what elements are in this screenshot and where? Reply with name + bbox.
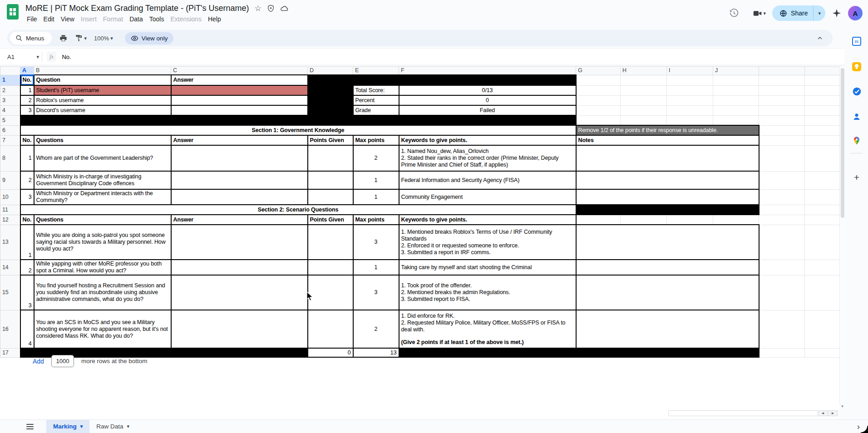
cell-D3[interactable] bbox=[308, 95, 353, 105]
cell-A14[interactable]: 2 bbox=[20, 260, 34, 275]
cell-L6[interactable] bbox=[805, 125, 840, 135]
cell-A11[interactable]: Section 2: Scenario Questions bbox=[20, 205, 576, 215]
cell-A6[interactable]: Section 1: Government Knowledge bbox=[20, 125, 576, 135]
share-caret-button[interactable]: ▾ bbox=[814, 5, 825, 21]
column-header-G[interactable]: G bbox=[576, 67, 621, 75]
row-header-12[interactable]: 12 bbox=[0, 215, 20, 225]
cell-A5[interactable] bbox=[20, 115, 576, 125]
cell-J1[interactable] bbox=[713, 75, 759, 85]
cell-F12[interactable]: Keywords to give points. bbox=[399, 215, 576, 225]
cell-L8[interactable] bbox=[805, 145, 840, 171]
row-header-8[interactable]: 8 bbox=[0, 145, 20, 171]
cell-D8[interactable] bbox=[308, 145, 353, 171]
cell-B2[interactable]: Student's (PiT) username bbox=[34, 85, 171, 95]
cell-L1[interactable] bbox=[805, 75, 840, 85]
cell-H12[interactable] bbox=[621, 215, 667, 225]
cell-A1[interactable]: No. bbox=[20, 75, 34, 85]
cell-H3[interactable] bbox=[621, 95, 667, 105]
cell-I3[interactable] bbox=[667, 95, 713, 105]
cell-F4[interactable]: Failed bbox=[399, 105, 576, 115]
cell-G5[interactable] bbox=[576, 115, 621, 125]
cell-L12[interactable] bbox=[805, 215, 840, 225]
column-header-H[interactable]: H bbox=[621, 67, 667, 75]
cell-G3[interactable] bbox=[576, 95, 621, 105]
cell-K15[interactable] bbox=[759, 275, 805, 310]
cell-E16[interactable]: 2 bbox=[353, 310, 399, 348]
cell-F13[interactable]: 1. Mentioned breaks Roblox's Terms of Us… bbox=[399, 225, 576, 260]
column-header-I[interactable]: I bbox=[667, 67, 713, 75]
cell-A15[interactable]: 3 bbox=[20, 275, 34, 310]
cell-G13[interactable] bbox=[576, 225, 759, 260]
menu-format[interactable]: Format bbox=[100, 14, 126, 24]
cell-K5[interactable] bbox=[759, 115, 805, 125]
cell-K9[interactable] bbox=[759, 171, 805, 189]
cell-E8[interactable]: 2 bbox=[353, 145, 399, 171]
column-header-J[interactable]: J bbox=[713, 67, 759, 75]
cell-K12[interactable] bbox=[759, 215, 805, 225]
cell-I2[interactable] bbox=[667, 85, 713, 95]
cell-C3[interactable] bbox=[171, 95, 308, 105]
cell-E10[interactable]: 1 bbox=[353, 189, 399, 205]
cell-C15[interactable] bbox=[171, 275, 308, 310]
grid-corner[interactable] bbox=[0, 67, 20, 75]
row-header-13[interactable]: 13 bbox=[0, 225, 20, 260]
cell-E3[interactable]: Percent bbox=[353, 95, 399, 105]
cell-K4[interactable] bbox=[759, 105, 805, 115]
cell-H2[interactable] bbox=[621, 85, 667, 95]
share-button[interactable]: Share ▾ bbox=[772, 5, 825, 21]
cell-L2[interactable] bbox=[805, 85, 840, 95]
scroll-left-button[interactable]: ◄ bbox=[818, 410, 828, 416]
cell-D12[interactable]: Points Given bbox=[308, 215, 353, 225]
menu-view[interactable]: View bbox=[58, 14, 78, 24]
cell-K11[interactable] bbox=[759, 205, 805, 215]
cell-C12[interactable]: Answer bbox=[171, 215, 308, 225]
cell-L7[interactable] bbox=[805, 135, 840, 145]
cell-F8[interactable]: 1. Named Nou_dew, Alias_Orlovich 2. Stat… bbox=[399, 145, 576, 171]
cell-G4[interactable] bbox=[576, 105, 621, 115]
cell-K14[interactable] bbox=[759, 260, 805, 275]
cell-A7[interactable]: No. bbox=[20, 135, 34, 145]
cell-D16[interactable] bbox=[308, 310, 353, 348]
all-sheets-menu-icon[interactable] bbox=[26, 424, 34, 429]
scroll-right-button[interactable]: ► bbox=[828, 410, 838, 416]
cell-C7[interactable]: Answer bbox=[171, 135, 308, 145]
column-header-K[interactable] bbox=[759, 67, 805, 75]
cell-C4[interactable] bbox=[171, 105, 308, 115]
column-header-L[interactable] bbox=[805, 67, 840, 75]
cell-D4[interactable] bbox=[308, 105, 353, 115]
cloud-status-icon[interactable] bbox=[280, 5, 288, 13]
row-header-10[interactable]: 10 bbox=[0, 189, 20, 205]
hide-menus-chevron-up-icon[interactable] bbox=[816, 34, 824, 42]
row-header-14[interactable]: 14 bbox=[0, 260, 20, 275]
cell-B4[interactable]: Discord's username bbox=[34, 105, 171, 115]
cell-F7[interactable]: Keywords to give points. bbox=[399, 135, 576, 145]
maps-icon[interactable] bbox=[852, 136, 862, 146]
row-header-2[interactable]: 2 bbox=[0, 85, 20, 95]
calendar-icon[interactable]: 31 bbox=[852, 36, 862, 46]
keep-icon[interactable] bbox=[852, 62, 862, 72]
paint-format-caret-icon[interactable]: ▾ bbox=[84, 36, 87, 41]
cell-G12[interactable] bbox=[576, 215, 621, 225]
cell-E14[interactable]: 1 bbox=[353, 260, 399, 275]
cell-F3[interactable]: 0 bbox=[399, 95, 576, 105]
cell-K17[interactable] bbox=[759, 348, 805, 357]
cell-A3[interactable]: 2 bbox=[20, 95, 34, 105]
cell-B16[interactable]: You are an SCS in MoCS and you see a Mil… bbox=[34, 310, 171, 348]
camera-caret-icon[interactable]: ▾ bbox=[764, 11, 766, 16]
row-header-7[interactable]: 7 bbox=[0, 135, 20, 145]
horizontal-scrollbar[interactable]: ◄ ► bbox=[668, 410, 838, 417]
add-rows-count-input[interactable] bbox=[51, 355, 74, 367]
cell-L9[interactable] bbox=[805, 171, 840, 189]
menu-edit[interactable]: Edit bbox=[40, 14, 58, 24]
cell-D13[interactable] bbox=[308, 225, 353, 260]
sheets-logo-icon[interactable] bbox=[7, 4, 19, 20]
cell-D9[interactable] bbox=[308, 171, 353, 189]
cell-F2[interactable]: 0/13 bbox=[399, 85, 576, 95]
cell-G9[interactable] bbox=[576, 171, 759, 189]
row-header-16[interactable]: 16 bbox=[0, 310, 20, 348]
cell-B13[interactable]: While you are doing a solo-patrol you sp… bbox=[34, 225, 171, 260]
cell-K2[interactable] bbox=[759, 85, 805, 95]
document-title[interactable]: MoRE | PiT Mock Exam Grading Template - … bbox=[25, 4, 249, 13]
vertical-scrollbar[interactable] bbox=[839, 66, 845, 403]
star-icon[interactable]: ☆ bbox=[255, 5, 261, 12]
